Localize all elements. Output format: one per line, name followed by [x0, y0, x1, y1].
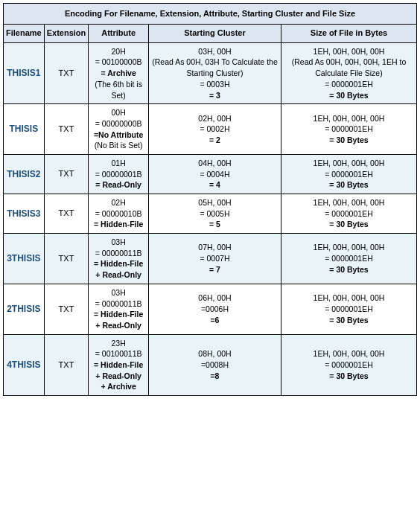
size-cell: 1EH, 00H, 00H, 00H= 0000001EH= 30 Bytes: [281, 234, 416, 284]
cluster-cell: 06H, 00H=0006H=6: [149, 284, 281, 334]
table-row: THISIS1 TXT 20H= 00100000B= Archive(The …: [4, 42, 417, 103]
table-row: THISIS2 TXT 01H= 00000001B= Read-Only 04…: [4, 154, 417, 194]
size-cell: 1EH, 00H, 00H, 00H= 0000001EH= 30 Bytes: [281, 154, 416, 194]
filename-cell: THISIS3: [4, 194, 45, 234]
header-filename: Filename: [4, 25, 45, 42]
size-cell: 1EH, 00H, 00H, 00H= 0000001EH= 30 Bytes: [281, 194, 416, 234]
extension-cell: TXT: [44, 154, 89, 194]
extension-cell: TXT: [44, 234, 89, 284]
attribute-cell: 03H= 00000011B= Hidden-File+ Read-Only: [89, 284, 149, 334]
header-size-of-file: Size of File in Bytes: [281, 25, 416, 42]
attribute-cell: 20H= 00100000B= Archive(The 6th bit is S…: [89, 42, 149, 103]
table-row: THISIS TXT 00H= 00000000B=No Attribute(N…: [4, 104, 417, 155]
extension-cell: TXT: [44, 42, 89, 103]
cluster-cell: 08H, 00H=0008H=8: [149, 334, 281, 395]
cluster-cell: 07H, 00H= 0007H= 7: [149, 234, 281, 284]
filename-cell: THISIS2: [4, 154, 45, 194]
cluster-cell: 05H, 00H= 0005H= 5: [149, 194, 281, 234]
cluster-cell: 02H, 00H= 0002H= 2: [149, 104, 281, 155]
extension-cell: TXT: [44, 284, 89, 334]
table-row: 4THISIS TXT 23H= 00100011B= Hidden-File+…: [4, 334, 417, 395]
cluster-cell: 03H, 00H(Read As 00H, 03H To Calculate t…: [149, 42, 281, 103]
size-cell: 1EH, 00H, 00H, 00H(Read As 00H, 00H, 00H…: [281, 42, 416, 103]
header-starting-cluster: Starting Cluster: [149, 25, 281, 42]
cluster-cell: 04H, 00H= 0004H= 4: [149, 154, 281, 194]
attribute-cell: 01H= 00000001B= Read-Only: [89, 154, 149, 194]
attribute-cell: 23H= 00100011B= Hidden-File+ Read-Only+ …: [89, 334, 149, 395]
table-title: Encoding For Filename, Extension, Attrib…: [4, 4, 417, 25]
attribute-cell: 00H= 00000000B=No Attribute(No Bit is Se…: [89, 104, 149, 155]
size-cell: 1EH, 00H, 00H, 00H= 0000001EH= 30 Bytes: [281, 334, 416, 395]
filename-cell: THISIS1: [4, 42, 45, 103]
header-extension: Extension: [44, 25, 89, 42]
filename-cell: THISIS: [4, 104, 45, 155]
main-table: Encoding For Filename, Extension, Attrib…: [3, 3, 417, 396]
page-wrapper: Encoding For Filename, Extension, Attrib…: [0, 0, 420, 399]
attribute-cell: 03H= 00000011B= Hidden-File+ Read-Only: [89, 234, 149, 284]
filename-cell: 3THISIS: [4, 234, 45, 284]
extension-cell: TXT: [44, 194, 89, 234]
extension-cell: TXT: [44, 334, 89, 395]
attribute-cell: 02H= 00000010B= Hidden-File: [89, 194, 149, 234]
extension-cell: TXT: [44, 104, 89, 155]
size-cell: 1EH, 00H, 00H, 00H= 0000001EH= 30 Bytes: [281, 284, 416, 334]
table-row: 3THISIS TXT 03H= 00000011B= Hidden-File+…: [4, 234, 417, 284]
filename-cell: 2THISIS: [4, 284, 45, 334]
filename-cell: 4THISIS: [4, 334, 45, 395]
table-row: 2THISIS TXT 03H= 00000011B= Hidden-File+…: [4, 284, 417, 334]
header-attribute: Attribute: [89, 25, 149, 42]
table-row: THISIS3 TXT 02H= 00000010B= Hidden-File …: [4, 194, 417, 234]
size-cell: 1EH, 00H, 00H, 00H= 0000001EH= 30 Bytes: [281, 104, 416, 155]
